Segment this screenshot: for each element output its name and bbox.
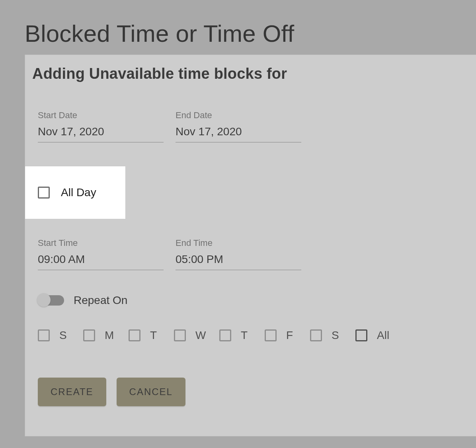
- end-time-input[interactable]: [176, 251, 301, 270]
- end-time-field: End Time: [176, 238, 301, 270]
- day-fri: F: [265, 329, 298, 342]
- page-title: Blocked Time or Time Off: [25, 0, 476, 55]
- day-mon: M: [83, 329, 117, 342]
- day-thu-checkbox[interactable]: [219, 329, 231, 341]
- buttons-row: CREATE CANCEL: [32, 378, 476, 406]
- day-thu: T: [219, 329, 253, 342]
- create-button[interactable]: CREATE: [38, 378, 106, 406]
- start-date-field: Start Date: [38, 110, 164, 142]
- cancel-button[interactable]: CANCEL: [117, 378, 185, 406]
- start-date-label: Start Date: [38, 110, 164, 121]
- end-date-field: End Date: [176, 110, 301, 142]
- day-sun-label: S: [59, 329, 71, 342]
- time-row: Start Time End Time: [32, 238, 476, 270]
- end-time-label: End Time: [176, 238, 301, 248]
- repeat-toggle[interactable]: [38, 295, 64, 306]
- start-time-input[interactable]: [38, 251, 164, 270]
- repeat-label: Repeat On: [74, 294, 127, 307]
- day-sun: S: [38, 329, 71, 342]
- panel-subtitle: Adding Unavailable time blocks for: [32, 65, 476, 82]
- day-tue-label: T: [150, 329, 162, 342]
- start-date-input[interactable]: [38, 123, 164, 142]
- day-mon-checkbox[interactable]: [83, 329, 95, 341]
- day-fri-label: F: [286, 329, 298, 342]
- all-day-checkbox[interactable]: [38, 187, 50, 199]
- repeat-row: Repeat On: [32, 294, 476, 307]
- page-container: Blocked Time or Time Off Adding Unavaila…: [0, 0, 476, 436]
- day-thu-label: T: [241, 329, 253, 342]
- day-all-checkbox[interactable]: [355, 329, 367, 341]
- day-sat-label: S: [332, 329, 343, 342]
- day-wed: W: [174, 329, 207, 342]
- day-sun-checkbox[interactable]: [38, 329, 50, 341]
- day-all-label: All: [377, 329, 389, 342]
- day-tue-checkbox[interactable]: [129, 329, 140, 341]
- date-row: Start Date End Date: [32, 110, 476, 142]
- end-date-label: End Date: [176, 110, 301, 121]
- start-time-label: Start Time: [38, 238, 164, 248]
- start-time-field: Start Time: [38, 238, 164, 270]
- day-wed-label: W: [195, 329, 207, 342]
- day-all: All: [355, 329, 389, 342]
- form-panel: Adding Unavailable time blocks for Start…: [25, 55, 476, 436]
- all-day-label: All Day: [61, 186, 96, 199]
- day-fri-checkbox[interactable]: [265, 329, 277, 341]
- day-tue: T: [129, 329, 162, 342]
- day-sat: S: [310, 329, 343, 342]
- toggle-knob-icon: [37, 293, 51, 307]
- day-mon-label: M: [105, 329, 117, 342]
- end-date-input[interactable]: [176, 123, 301, 142]
- day-sat-checkbox[interactable]: [310, 329, 322, 341]
- day-wed-checkbox[interactable]: [174, 329, 186, 341]
- days-row: S M T W T F S: [32, 329, 476, 342]
- all-day-block: All Day: [25, 166, 125, 219]
